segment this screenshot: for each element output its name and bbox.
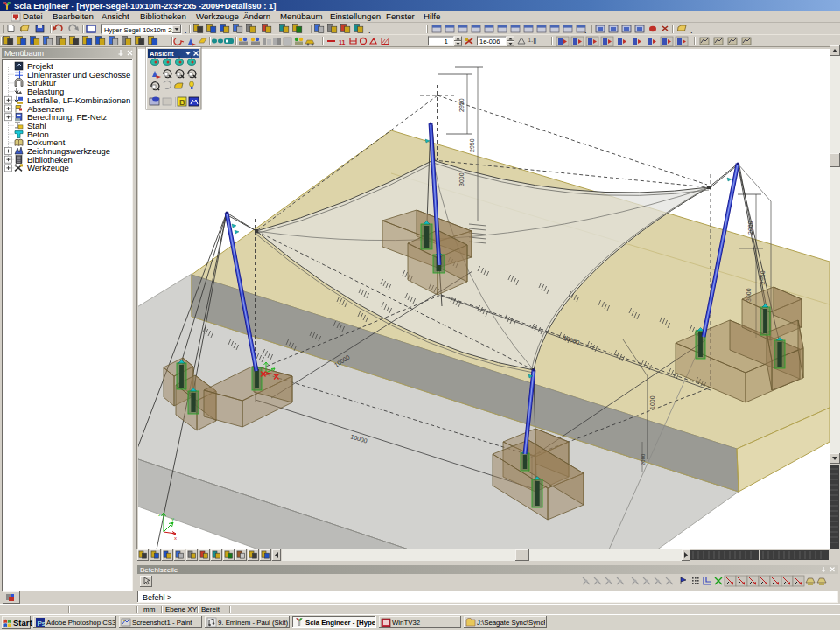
svg-text:mm: mm (144, 606, 156, 613)
svg-text:Befehlszeile: Befehlszeile (140, 566, 178, 574)
svg-text:.: . (584, 26, 587, 35)
svg-text:WinTV32: WinTV32 (392, 619, 420, 626)
svg-text:1e-006: 1e-006 (480, 38, 500, 46)
svg-text:Werkzeuge: Werkzeuge (196, 11, 239, 21)
svg-text:1: 1 (444, 38, 449, 46)
svg-text:Einstellungen: Einstellungen (330, 11, 381, 21)
svg-text:z: z (158, 512, 161, 517)
svg-text:Hilfe: Hilfe (424, 11, 440, 21)
svg-text:.: . (392, 38, 395, 47)
svg-text:Menübaum: Menübaum (280, 11, 322, 21)
svg-text:Hyper-Segel-10x10m-2x3: Hyper-Segel-10x10m-2x3 (104, 26, 178, 34)
svg-text:Werkzeuge: Werkzeuge (27, 163, 69, 172)
svg-text:2950: 2950 (469, 138, 475, 152)
svg-text:Bearbeiten: Bearbeiten (52, 11, 94, 21)
svg-text:.: . (368, 26, 371, 35)
svg-text:Ps: Ps (38, 620, 46, 627)
svg-text:Fenster: Fenster (386, 11, 416, 21)
svg-text:1000: 1000 (649, 396, 655, 410)
svg-text:Bibliotheken: Bibliotheken (140, 11, 186, 21)
svg-text:Ansicht: Ansicht (102, 11, 130, 21)
svg-text:.: . (317, 38, 319, 47)
svg-text:9. Eminem - Paul (Skit) - ...: 9. Eminem - Paul (Skit) - ... (218, 619, 300, 626)
svg-text:y: y (172, 516, 174, 522)
svg-text:Ansicht: Ansicht (150, 50, 174, 58)
svg-text:Menübaum: Menübaum (4, 49, 44, 58)
svg-text:Bereit: Bereit (201, 606, 220, 613)
svg-text:Scia Engineer - [Hype...: Scia Engineer - [Hype... (305, 619, 382, 626)
svg-text:Datei: Datei (23, 11, 43, 21)
svg-text:Screenshot1 - Paint: Screenshot1 - Paint (132, 619, 192, 626)
svg-text:3000: 3000 (458, 172, 465, 186)
svg-text:x: x (174, 536, 177, 541)
svg-text:¹·Ⅱ: ¹·Ⅱ (528, 38, 536, 46)
svg-text:Befehl >: Befehl > (143, 593, 172, 602)
svg-text:Start: Start (13, 618, 32, 627)
svg-text:11: 11 (339, 39, 346, 46)
svg-text:.: . (185, 26, 187, 35)
svg-text:B: B (179, 98, 186, 107)
svg-text:2000: 2000 (640, 453, 646, 466)
svg-text:.: . (544, 38, 547, 47)
svg-text:Ebene XY: Ebene XY (165, 606, 198, 613)
svg-text:.: . (760, 38, 762, 47)
svg-text:Ändern: Ändern (243, 11, 270, 21)
svg-text:.: . (690, 26, 693, 35)
svg-text:2950: 2950 (458, 98, 465, 112)
svg-text:Scia Engineer - [Hyper-Segel-1: Scia Engineer - [Hyper-Segel-10x10m-2x3+… (14, 1, 276, 10)
